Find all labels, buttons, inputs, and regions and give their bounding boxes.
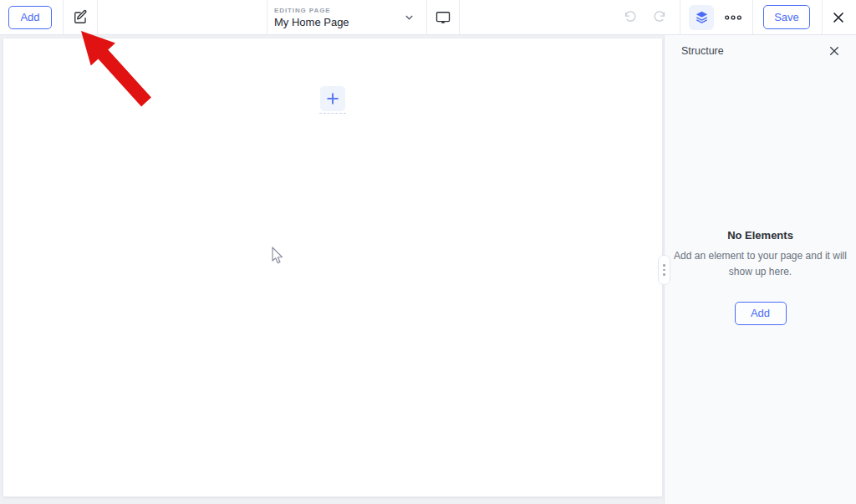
empty-state-title: No Elements [727,229,793,242]
toolbar-divider [63,0,64,35]
close-icon [833,12,844,23]
empty-state-description: Add an element to your page and it will … [668,248,853,279]
page-canvas[interactable] [3,38,662,496]
empty-container-outline [319,113,346,114]
canvas-area [0,35,664,504]
save-button[interactable]: Save [763,5,810,29]
more-options-icon [724,14,742,21]
exit-editor-button[interactable] [826,3,851,33]
structure-panel: Structure No Elements Add an element to … [664,35,856,504]
page-name: My Home Page [274,16,405,28]
more-options-button[interactable] [721,3,746,33]
responsive-mode-button[interactable] [427,3,459,33]
desktop-icon [435,9,451,26]
layers-icon [694,9,710,25]
add-button[interactable]: Add [8,6,52,29]
toolbar-divider [680,0,680,35]
undo-button[interactable] [614,3,645,33]
editing-page-label: EDITING PAGE [274,7,405,14]
structure-panel-toggle[interactable] [689,5,714,30]
toolbar-divider [459,0,460,35]
structure-add-button[interactable]: Add [735,302,787,325]
chevron-down-icon [405,15,413,20]
redo-icon [653,10,667,24]
plus-icon [326,92,339,105]
add-element-button[interactable] [320,86,345,111]
edit-page-button[interactable] [65,3,95,33]
toolbar-divider [97,0,98,35]
top-toolbar: Add EDITING PAGE My Home Page [0,0,856,35]
edit-icon [73,9,89,25]
toolbar-divider [822,0,823,35]
undo-icon [623,10,637,24]
toolbar-divider [752,0,753,35]
page-switcher[interactable]: EDITING PAGE My Home Page [268,0,426,35]
redo-button[interactable] [645,3,675,33]
panel-drag-handle[interactable] [658,255,670,285]
structure-empty-state: No Elements Add an element to your page … [665,50,856,504]
